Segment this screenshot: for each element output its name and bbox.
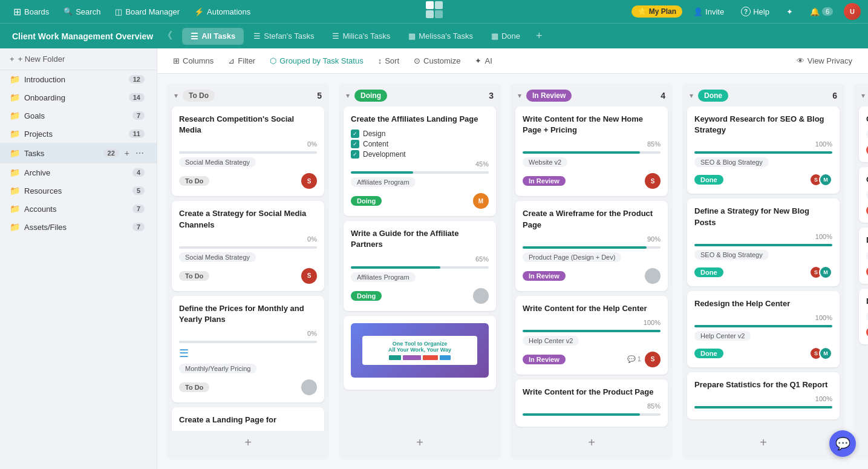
card-progress-fill <box>351 266 440 269</box>
sidebar-item-assets-files[interactable]: 📁 Assets/Files 7 <box>0 218 157 236</box>
help-button[interactable]: ? Help <box>735 4 775 19</box>
card-help-center-content[interactable]: Write Content for the Help Center 100% H… <box>515 296 668 375</box>
card-keyword-research[interactable]: Keyword Research for SEO & Blog Strategy… <box>687 107 840 194</box>
view-privacy-button[interactable]: 👁 View Privacy <box>791 53 858 68</box>
tab-all-tasks[interactable]: ☰ All Tasks <box>182 28 244 45</box>
card-progress-bar <box>694 406 832 408</box>
top-nav-right: ⭐ My Plan 👤 Invite ? Help ✦ 🔔 6 U <box>631 3 861 20</box>
card-landing-page[interactable]: Create a Landing Page for <box>172 407 324 431</box>
tab-melissa-tasks[interactable]: ▦ Melissa's Tasks <box>400 28 481 44</box>
sidebar-item-onboarding[interactable]: 📁 Onboarding 14 <box>0 88 157 107</box>
card-progress-fill <box>523 246 647 249</box>
col-collapse-todo[interactable]: ▾ <box>174 91 178 100</box>
add-item-button[interactable]: + <box>122 147 132 159</box>
card-progress-bar <box>694 151 832 154</box>
card-footer: To Do <box>179 379 317 395</box>
add-card-done[interactable]: + <box>687 431 840 454</box>
col-collapse-done[interactable]: ▾ <box>690 91 693 100</box>
sidebar-item-projects[interactable]: 📁 Projects 11 <box>0 125 157 143</box>
card-progress-bar <box>694 244 832 246</box>
notifications-button[interactable]: 🔔 6 <box>804 5 839 19</box>
col-collapse-inreview[interactable]: ▾ <box>518 91 521 100</box>
card-home-pricing[interactable]: Write Content for the New Home Page + Pr… <box>515 107 668 196</box>
card-progress-fill <box>523 330 661 332</box>
column-doing: ▾ Doing 3 Create the Affiliates Landing … <box>339 84 501 459</box>
card-thumbnail-card[interactable]: One Tool to OrganizeAll Your Work, Your … <box>344 316 496 390</box>
collapse-sidebar-button[interactable]: 《 <box>158 27 177 45</box>
my-plan-badge[interactable]: ⭐ My Plan <box>631 5 682 18</box>
grouped-by-button[interactable]: ⬡ Grouped by Task Status <box>264 53 370 68</box>
card-progress-bar <box>523 151 661 154</box>
invite-label: Invite <box>705 7 724 16</box>
folder-icon: 📁 <box>10 204 19 214</box>
board-manager-nav-item[interactable]: ◫ Board Manager <box>109 5 186 19</box>
card-tag: Website v2 <box>523 157 567 167</box>
automations-nav-item[interactable]: ⚡ Automations <box>188 5 256 19</box>
sidebar-count: 5 <box>132 186 145 195</box>
card-progress-pct: 100% <box>694 233 832 240</box>
card-define-prices[interactable]: Define the Prices for Monthly and Yearly… <box>172 296 324 402</box>
filter-button[interactable]: ⊿ Filter <box>222 53 261 68</box>
add-card-inreview[interactable]: + <box>515 431 668 454</box>
more-options-button[interactable]: ⋯ <box>132 147 147 159</box>
card-progress-bar <box>523 413 661 416</box>
sidebar-count: 7 <box>132 223 145 231</box>
sidebar-item-label: Tasks <box>24 149 103 158</box>
card-progress-bar <box>523 330 661 332</box>
sidebar-item-archive[interactable]: 📁 Archive 4 <box>0 163 157 182</box>
sort-button[interactable]: ↕ Sort <box>372 53 405 68</box>
col-header-inreview: ▾ In Review 4 <box>511 84 673 107</box>
card-research-social[interactable]: Research Competition's Social Media 0% S… <box>172 107 324 196</box>
card-affiliates-landing[interactable]: Create the Affiliates Landing Page ✓ Des… <box>344 107 496 216</box>
column-blocked: ▾ Blocked Create New Imag New Ads for Fa… <box>854 84 868 459</box>
ai-button[interactable]: ✦ AI <box>469 53 498 68</box>
sidebar-item-tasks[interactable]: 📁 Tasks 22 + ⋯ ↑ <box>0 143 157 163</box>
card-blog-strategy[interactable]: Define a Strategy for New Blog Posts 100… <box>687 198 840 286</box>
card-tag: Affiliates Program <box>351 272 416 282</box>
checklist-label: Development <box>363 150 406 159</box>
my-plan-label: My Plan <box>649 7 676 16</box>
tab-milica-tasks[interactable]: ☰ Milica's Tasks <box>324 28 399 44</box>
sidebar-count: 4 <box>132 168 145 177</box>
card-create-image[interactable]: Create New Imag New Ads for Faceb Blocke… <box>859 107 868 162</box>
add-card-doing[interactable]: + <box>344 431 496 454</box>
card-product-page-content[interactable]: Write Content for the Product Page 85% <box>515 379 668 427</box>
comment-count: 💬 1 <box>627 355 641 363</box>
sidebar-item-goals[interactable]: 📁 Goals 7 <box>0 107 157 125</box>
card-avatar: S <box>301 268 317 284</box>
card-affiliate-guide[interactable]: Write a Guide for the Affiliate Partners… <box>344 221 496 310</box>
tab-done[interactable]: ▦ Done <box>483 28 529 44</box>
sidebar-item-accounts[interactable]: 📁 Accounts 7 <box>0 200 157 218</box>
sidebar-item-label: Introduction <box>24 75 129 84</box>
status-badge-done: Done <box>698 90 728 102</box>
sidebar-count: 7 <box>132 205 145 213</box>
customize-button[interactable]: ⊙ Customize <box>408 53 466 68</box>
col-collapse-blocked[interactable]: ▾ <box>861 91 865 100</box>
checklist-item: ✓ Design <box>351 130 489 138</box>
invite-button[interactable]: 👤 Invite <box>687 5 730 19</box>
sidebar-item-introduction[interactable]: 📁 Introduction 12 <box>0 70 157 88</box>
boards-nav-item[interactable]: ⊞ Boards <box>7 4 55 20</box>
add-card-todo[interactable]: + <box>172 431 324 454</box>
columns-button[interactable]: ⊞ Columns <box>167 53 220 68</box>
add-tab-button[interactable]: + <box>530 27 549 45</box>
card-create-copy[interactable]: Create New Copy New Ads for Faceb Blocke… <box>859 167 868 223</box>
col-collapse-doing[interactable]: ▾ <box>346 91 350 100</box>
tab-stefan-tasks[interactable]: ☰ Stefan's Tasks <box>245 28 322 44</box>
settings-button[interactable]: ✦ <box>780 5 799 19</box>
chat-button[interactable]: 💬 <box>829 430 856 457</box>
card-develop-platform[interactable]: Develop the New Platform Help Center v2 … <box>859 228 868 283</box>
card-footer: To Do S <box>179 173 317 189</box>
card-wireframe-product[interactable]: Create a Wireframe for the Product Page … <box>515 201 668 290</box>
new-folder-button[interactable]: + + New Folder <box>0 48 157 70</box>
card-tag: Product Page (Design + Dev) <box>523 252 621 262</box>
boards-label: Boards <box>24 7 49 16</box>
sidebar-item-resources[interactable]: 📁 Resources 5 <box>0 182 157 200</box>
search-nav-item[interactable]: 🔍 Search <box>57 5 106 19</box>
card-strategy-social[interactable]: Create a Strategy for Social Media Chann… <box>172 201 324 290</box>
card-design-logo[interactable]: Design Suggestio Logo Branding/Logo Bloc… <box>859 289 868 344</box>
ai-label: AI <box>485 56 492 65</box>
card-q1-statistics[interactable]: Prepare Statistics for the Q1 Report 100… <box>687 372 840 419</box>
card-help-center-redesign[interactable]: Redesign the Help Center 100% Help Cente… <box>687 291 840 367</box>
user-avatar[interactable]: U <box>844 3 861 20</box>
